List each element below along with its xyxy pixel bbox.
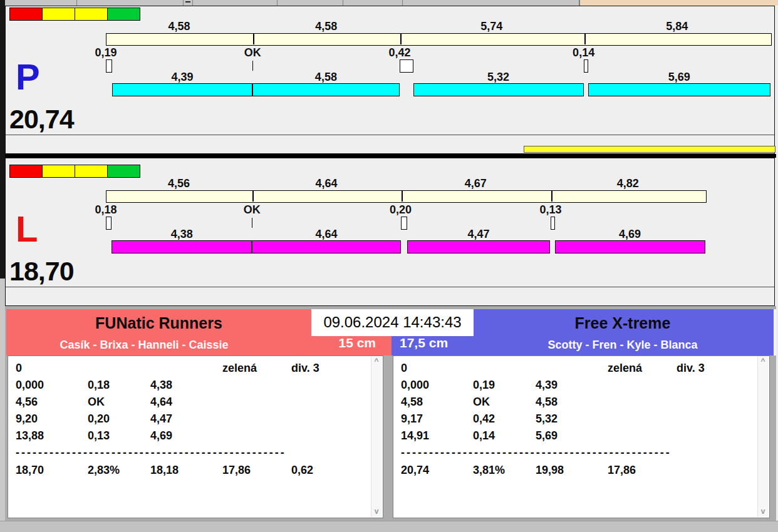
table-cell: 17,86	[608, 462, 677, 479]
table-cell	[291, 394, 370, 411]
table-cell: 0,13	[88, 427, 150, 444]
table-cell	[677, 377, 757, 394]
scroll-down-button[interactable]: v	[758, 507, 768, 517]
top-strip-segment	[184, 0, 193, 6]
table-cell: 4,47	[150, 411, 222, 427]
scroll-up-button[interactable]: ^	[371, 357, 381, 367]
table-cell: 18,18	[150, 462, 222, 479]
crossing-time-label: 4,64	[315, 177, 337, 190]
scroll-up-button[interactable]: ^	[758, 357, 768, 367]
dog-time-label: 4,64	[315, 228, 337, 241]
status-lights	[9, 8, 140, 21]
crossing-divider	[400, 33, 402, 44]
pass-gap-label: OK	[244, 203, 261, 217]
table-cell	[677, 394, 757, 411]
table-row: 14,910,145,69	[393, 427, 757, 444]
table-cell	[88, 360, 150, 377]
pass-gap-marks	[6, 59, 774, 72]
table-cell: 3,81%	[473, 462, 536, 479]
table-cell: 0,19	[473, 377, 536, 394]
lane-total-time: 20,74	[9, 105, 74, 133]
table-cell: 17,86	[222, 462, 291, 479]
table-cell: 0,000	[16, 377, 88, 394]
table-cell: 14,91	[401, 427, 473, 444]
scroll-down-button[interactable]: v	[371, 507, 381, 517]
table-row: 0zelenádiv. 3	[8, 360, 370, 377]
table-cell: 0,62	[291, 462, 370, 479]
table-cell: 0,000	[401, 377, 473, 394]
table-cell	[291, 411, 370, 427]
status-light	[42, 165, 75, 178]
table-cell: 5,32	[536, 411, 608, 427]
table-cell	[536, 360, 608, 377]
crossing-time-label: 4,67	[465, 177, 487, 190]
table-cell: 13,88	[16, 427, 88, 444]
lane-panel-l: 4,564,644,674,82 0,18OK0,200,13 4,384,64…	[5, 158, 775, 306]
team-name: Free X-treme	[474, 314, 772, 332]
crossing-bar	[106, 33, 772, 46]
dog-run-bar	[413, 83, 584, 96]
table-cell	[608, 411, 677, 427]
status-light	[75, 8, 108, 21]
crossing-time-label: 4,58	[169, 20, 190, 33]
table-row: 20,743,81%19,9817,86	[393, 462, 757, 479]
dog-run-bars	[6, 83, 774, 96]
table-cell: zelená	[608, 360, 677, 377]
window-footer-strip	[0, 521, 778, 532]
crossing-divider	[252, 190, 254, 202]
dog-run-bar	[252, 83, 399, 96]
pass-gap-label: 0,13	[539, 203, 561, 217]
crossing-time-labels: 4,584,585,745,84	[6, 20, 774, 31]
table-row: 18,702,83%18,1817,860,62	[8, 462, 370, 479]
status-light	[9, 165, 43, 178]
table-cell: 4,69	[150, 427, 222, 444]
pass-gap-label: 0,19	[95, 46, 117, 59]
vertical-scrollbar[interactable]: ^ v	[757, 357, 769, 517]
top-strip-segment	[403, 0, 579, 6]
lane-panel-p: 4,584,585,745,84 0,19OK0,420,14 4,394,58…	[5, 6, 775, 154]
dog-time-labels: 4,394,585,325,69	[6, 71, 774, 82]
table-row: 4,58OK4,58	[393, 394, 757, 411]
top-strip-segment	[5, 0, 77, 6]
status-light	[75, 165, 108, 178]
table-cell	[291, 427, 370, 444]
table-cell	[222, 427, 291, 444]
table-row: 9,170,425,32	[393, 411, 757, 427]
table-cell: 20,74	[401, 462, 473, 479]
table-cell	[291, 377, 370, 394]
top-strip-tan-area	[579, 0, 778, 6]
crossing-time-label: 4,82	[617, 177, 639, 190]
top-strip-segment	[277, 0, 343, 6]
crossing-time-label: 5,74	[480, 20, 502, 33]
crossing-time-label: 5,84	[666, 20, 688, 33]
table-rows: 0zelenádiv. 30,0000,194,394,58OK4,589,17…	[393, 360, 757, 479]
table-row: 0,0000,194,39	[393, 377, 757, 394]
pass-gap-label: 0,14	[573, 46, 594, 59]
results-table-right: 0zelenádiv. 30,0000,194,394,58OK4,589,17…	[393, 356, 770, 518]
table-cell: 19,98	[536, 462, 608, 479]
table-cell: div. 3	[291, 360, 370, 377]
team-members: Scotty - Fren - Kyle - Blanca	[474, 339, 772, 352]
dog-time-labels: 4,384,644,474,69	[6, 228, 774, 239]
table-rows: 0zelenádiv. 30,0000,184,384,56OK4,649,20…	[8, 360, 370, 479]
top-strip-segment	[193, 0, 277, 6]
table-cell: 18,70	[16, 462, 88, 479]
table-cell: 0,20	[88, 411, 150, 427]
crossing-time-labels: 4,564,644,674,82	[6, 177, 774, 188]
vertical-scrollbar[interactable]: ^ v	[371, 357, 382, 517]
table-cell: 4,39	[536, 377, 608, 394]
table-cell: 5,69	[536, 427, 608, 444]
dog-run-bar	[588, 83, 770, 96]
jump-height-right: 17,5 cm	[400, 335, 448, 350]
lane-bars: 4,584,585,745,84 0,19OK0,420,14 4,394,58…	[6, 6, 774, 153]
lane-divider-line	[6, 287, 774, 287]
pass-gap-label: 0,42	[389, 46, 411, 59]
window-left-edge	[0, 0, 5, 279]
table-cell: OK	[473, 394, 536, 411]
table-cell	[677, 427, 757, 444]
dog-time-label: 5,69	[668, 71, 690, 84]
dog-run-bar	[407, 240, 551, 253]
dog-time-label: 4,39	[171, 71, 193, 84]
table-cell	[473, 360, 536, 377]
table-row: 0,0000,184,38	[8, 377, 370, 394]
